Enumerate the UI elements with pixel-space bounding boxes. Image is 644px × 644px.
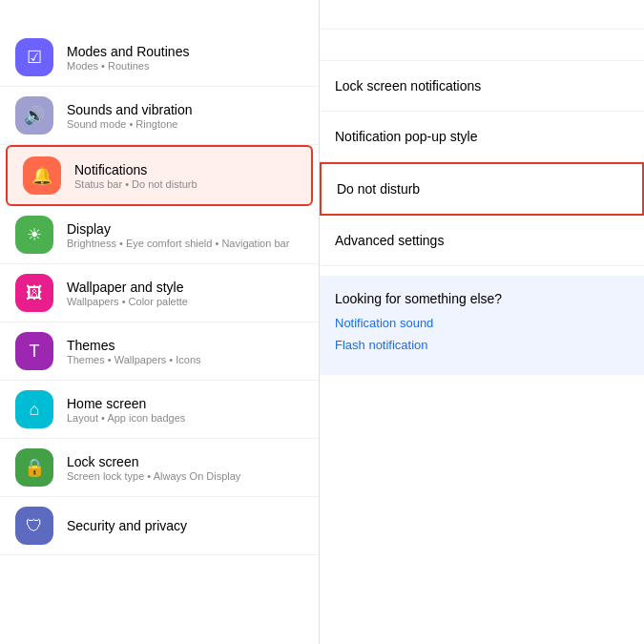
item-subtitle-themes: Themes • Wallpapers • Icons (67, 354, 201, 365)
looking-title: Looking for something else? (335, 291, 629, 306)
item-title-themes: Themes (67, 338, 201, 353)
app-notifications-section[interactable] (320, 30, 644, 61)
icon-notifications: 🔔 (23, 156, 61, 195)
icon-security-privacy: 🛡 (15, 507, 53, 545)
settings-item-wallpaper-style[interactable]: 🖼 Wallpaper and style Wallpapers • Color… (0, 264, 319, 322)
item-title-notifications: Notifications (74, 162, 197, 177)
icon-display: ☀ (15, 216, 53, 254)
left-panel: ☑ Modes and Routines Modes • Routines 🔊 … (0, 0, 320, 644)
right-menu-item-advanced-settings[interactable]: Advanced settings (320, 216, 644, 266)
icon-modes-routines: ☑ (15, 38, 53, 76)
settings-item-notifications[interactable]: 🔔 Notifications Status bar • Do not dist… (6, 145, 313, 206)
settings-item-home-screen[interactable]: ⌂ Home screen Layout • App icon badges (0, 381, 319, 439)
right-content: Lock screen notificationsNotification po… (320, 30, 644, 644)
right-menu-item-lock-screen-notifications[interactable]: Lock screen notifications (320, 61, 644, 112)
icon-lock-screen: 🔒 (15, 448, 53, 487)
icon-home-screen: ⌂ (15, 390, 53, 428)
icon-themes: T (15, 332, 53, 370)
item-text-lock-screen: Lock screen Screen lock type • Always On… (67, 454, 240, 482)
item-title-display: Display (67, 221, 289, 237)
settings-list: ☑ Modes and Routines Modes • Routines 🔊 … (0, 29, 319, 644)
looking-section: Looking for something else? Notification… (320, 276, 644, 375)
right-menu-item-notification-popup-style[interactable]: Notification pop-up style (320, 112, 644, 162)
item-title-home-screen: Home screen (67, 396, 185, 411)
item-title-modes-routines: Modes and Routines (67, 44, 189, 59)
settings-item-lock-screen[interactable]: 🔒 Lock screen Screen lock type • Always … (0, 439, 319, 497)
item-text-sounds-vibration: Sounds and vibration Sound mode • Ringto… (67, 102, 193, 130)
item-text-display: Display Brightness • Eye comfort shield … (67, 221, 289, 249)
item-title-sounds-vibration: Sounds and vibration (67, 102, 193, 117)
item-subtitle-sounds-vibration: Sound mode • Ringtone (67, 118, 193, 130)
right-menu-label-advanced-settings: Advanced settings (335, 233, 444, 248)
item-text-security-privacy: Security and privacy (67, 518, 187, 533)
icon-sounds-vibration: 🔊 (15, 96, 53, 135)
right-menu-label-lock-screen-notifications: Lock screen notifications (335, 78, 481, 93)
settings-item-display[interactable]: ☀ Display Brightness • Eye comfort shiel… (0, 206, 319, 264)
icon-wallpaper-style: 🖼 (15, 274, 53, 312)
item-title-lock-screen: Lock screen (67, 454, 240, 469)
right-menu-label-notification-popup-style: Notification pop-up style (335, 129, 477, 144)
item-subtitle-display: Brightness • Eye comfort shield • Naviga… (67, 238, 289, 249)
item-text-wallpaper-style: Wallpaper and style Wallpapers • Color p… (67, 280, 188, 307)
item-subtitle-modes-routines: Modes • Routines (67, 60, 189, 72)
looking-link-notification-sound[interactable]: Notification sound (335, 316, 629, 330)
item-subtitle-lock-screen: Screen lock type • Always On Display (67, 470, 240, 482)
item-subtitle-notifications: Status bar • Do not disturb (74, 178, 197, 190)
item-text-modes-routines: Modes and Routines Modes • Routines (67, 44, 189, 72)
right-menu-list: Lock screen notificationsNotification po… (320, 61, 644, 266)
settings-item-sounds-vibration[interactable]: 🔊 Sounds and vibration Sound mode • Ring… (0, 87, 319, 145)
item-subtitle-wallpaper-style: Wallpapers • Color palette (67, 296, 188, 307)
item-title-wallpaper-style: Wallpaper and style (67, 280, 188, 295)
right-menu-item-do-not-disturb[interactable]: Do not disturb (320, 162, 644, 216)
item-text-home-screen: Home screen Layout • App icon badges (67, 396, 185, 424)
left-header (0, 0, 319, 29)
right-header (320, 0, 644, 30)
item-subtitle-home-screen: Layout • App icon badges (67, 412, 185, 424)
looking-link-flash-notification[interactable]: Flash notification (335, 338, 629, 352)
right-panel: Lock screen notificationsNotification po… (320, 0, 644, 644)
item-text-themes: Themes Themes • Wallpapers • Icons (67, 338, 201, 365)
settings-item-modes-routines[interactable]: ☑ Modes and Routines Modes • Routines (0, 29, 319, 87)
settings-item-themes[interactable]: T Themes Themes • Wallpapers • Icons (0, 322, 319, 381)
item-text-notifications: Notifications Status bar • Do not distur… (74, 162, 197, 190)
settings-item-security-privacy[interactable]: 🛡 Security and privacy (0, 497, 319, 555)
item-title-security-privacy: Security and privacy (67, 518, 187, 533)
right-menu-label-do-not-disturb: Do not disturb (337, 181, 420, 197)
